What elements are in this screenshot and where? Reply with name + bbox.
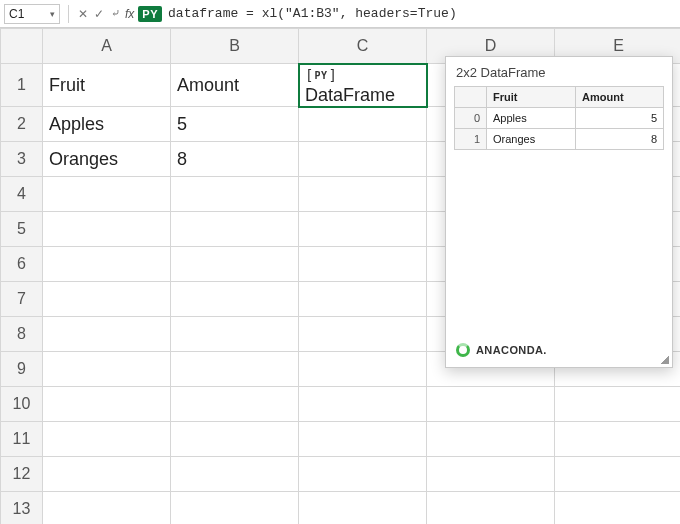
python-chip-icon: PY [305, 67, 337, 83]
row-header-5[interactable]: 5 [1, 212, 43, 247]
df-header-fruit: Fruit [487, 87, 576, 108]
dataframe-table: Fruit Amount 0 Apples 5 1 Oranges 8 [454, 86, 664, 150]
row-header-3[interactable]: 3 [1, 142, 43, 177]
cell-A6[interactable] [43, 247, 171, 282]
row-header-12[interactable]: 12 [1, 457, 43, 492]
df-idx-0: 0 [455, 108, 487, 129]
df-fruit-1: Oranges [487, 129, 576, 150]
col-header-B[interactable]: B [171, 29, 299, 64]
preview-title: 2x2 DataFrame [446, 57, 672, 86]
df-fruit-0: Apples [487, 108, 576, 129]
row-header-9[interactable]: 9 [1, 352, 43, 387]
cell-E13[interactable] [555, 492, 681, 525]
cell-A11[interactable] [43, 422, 171, 457]
cell-E10[interactable] [555, 387, 681, 422]
cell-A9[interactable] [43, 352, 171, 387]
dataframe-preview-card: 2x2 DataFrame Fruit Amount 0 Apples 5 1 … [445, 56, 673, 368]
cell-A12[interactable] [43, 457, 171, 492]
cell-C13[interactable] [299, 492, 427, 525]
row-header-7[interactable]: 7 [1, 282, 43, 317]
cell-B1[interactable]: Amount [171, 64, 299, 107]
cell-A1[interactable]: Fruit [43, 64, 171, 107]
resize-handle-icon[interactable] [661, 356, 669, 364]
cell-E11[interactable] [555, 422, 681, 457]
cell-B4[interactable] [171, 177, 299, 212]
cell-B2[interactable]: 5 [171, 107, 299, 142]
cell-C8[interactable] [299, 317, 427, 352]
cell-B12[interactable] [171, 457, 299, 492]
cell-E12[interactable] [555, 457, 681, 492]
row-header-4[interactable]: 4 [1, 177, 43, 212]
cell-B13[interactable] [171, 492, 299, 525]
df-amount-1: 8 [576, 129, 664, 150]
anaconda-logo-icon [456, 343, 470, 357]
cell-B8[interactable] [171, 317, 299, 352]
df-amount-0: 5 [576, 108, 664, 129]
row-header-1[interactable]: 1 [1, 64, 43, 107]
cell-C10[interactable] [299, 387, 427, 422]
chevron-down-icon: ▾ [50, 9, 55, 19]
cell-C1-value: DataFrame [305, 85, 395, 105]
cell-B6[interactable] [171, 247, 299, 282]
cell-D12[interactable] [427, 457, 555, 492]
anaconda-brand-text: ANACONDA. [476, 344, 547, 356]
cell-A8[interactable] [43, 317, 171, 352]
cell-C6[interactable] [299, 247, 427, 282]
name-box-value: C1 [9, 7, 24, 21]
col-header-A[interactable]: A [43, 29, 171, 64]
cell-A3[interactable]: Oranges [43, 142, 171, 177]
cell-A2[interactable]: Apples [43, 107, 171, 142]
col-header-C[interactable]: C [299, 29, 427, 64]
cell-B7[interactable] [171, 282, 299, 317]
fx-icon[interactable]: fx [125, 7, 134, 21]
df-row-0: 0 Apples 5 [455, 108, 664, 129]
cell-A10[interactable] [43, 387, 171, 422]
cell-B11[interactable] [171, 422, 299, 457]
cell-C4[interactable] [299, 177, 427, 212]
formula-bar: C1 ▾ ✕ ✓ ⤶ fx PY dataframe = xl("A1:B3",… [0, 0, 680, 28]
formula-input[interactable]: dataframe = xl("A1:B3", headers=True) [168, 6, 457, 21]
row-header-2[interactable]: 2 [1, 107, 43, 142]
cell-B9[interactable] [171, 352, 299, 387]
cell-B10[interactable] [171, 387, 299, 422]
cell-C1[interactable]: PYDataFrame [299, 64, 427, 107]
preview-footer: ANACONDA. [446, 333, 672, 367]
cell-C2[interactable] [299, 107, 427, 142]
cell-D11[interactable] [427, 422, 555, 457]
accept-formula-icon[interactable]: ✓ [92, 5, 106, 23]
cell-C11[interactable] [299, 422, 427, 457]
cell-A4[interactable] [43, 177, 171, 212]
row-header-11[interactable]: 11 [1, 422, 43, 457]
cell-D10[interactable] [427, 387, 555, 422]
cell-C3[interactable] [299, 142, 427, 177]
df-row-1: 1 Oranges 8 [455, 129, 664, 150]
row-header-8[interactable]: 8 [1, 317, 43, 352]
cell-A7[interactable] [43, 282, 171, 317]
cell-C12[interactable] [299, 457, 427, 492]
divider [68, 5, 69, 23]
cancel-formula-icon[interactable]: ✕ [76, 5, 90, 23]
row-header-6[interactable]: 6 [1, 247, 43, 282]
cell-C7[interactable] [299, 282, 427, 317]
cell-B3[interactable]: 8 [171, 142, 299, 177]
cell-D13[interactable] [427, 492, 555, 525]
df-header-amount: Amount [576, 87, 664, 108]
cell-C5[interactable] [299, 212, 427, 247]
python-badge: PY [138, 6, 162, 22]
cell-A5[interactable] [43, 212, 171, 247]
select-all-corner[interactable] [1, 29, 43, 64]
df-header-index [455, 87, 487, 108]
row-header-10[interactable]: 10 [1, 387, 43, 422]
name-box[interactable]: C1 ▾ [4, 4, 60, 24]
cell-C9[interactable] [299, 352, 427, 387]
row-header-13[interactable]: 13 [1, 492, 43, 525]
df-idx-1: 1 [455, 129, 487, 150]
cell-A13[interactable] [43, 492, 171, 525]
dropdown-icon[interactable]: ⤶ [108, 5, 122, 23]
cell-B5[interactable] [171, 212, 299, 247]
